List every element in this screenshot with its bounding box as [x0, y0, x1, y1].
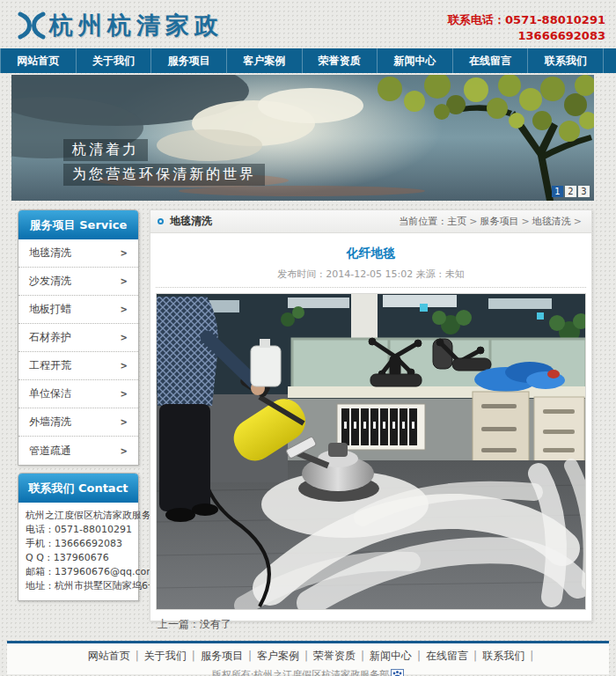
sidebar-item-project[interactable]: 工程开荒 >	[18, 352, 138, 380]
cabinets	[473, 392, 584, 462]
contact-box-title: 联系我们 Contact	[18, 474, 138, 503]
contact-box: 联系我们 Contact 杭州之江度假区杭清家政服务部 电话：0571-8801…	[18, 473, 139, 601]
chevron-right-icon: >	[121, 446, 128, 456]
chevron-right-icon: >	[121, 333, 128, 342]
chevron-right-icon: >	[121, 276, 128, 286]
footer-nav: 网站首页|关于我们|服务项目|客户案例|荣誉资质|新闻中心|在线留言|联系我们|	[7, 649, 609, 664]
footer-link-news[interactable]: 新闻中心	[364, 650, 417, 662]
contact-tel: 电话：0571-88010291	[26, 523, 131, 537]
prev-post-value: 没有了	[200, 618, 231, 630]
contact-qq: Q Q：137960676	[26, 551, 131, 565]
article: 化纤地毯 发布时间：2014-12-05 15:02 来源：未知	[150, 233, 591, 654]
service-menu-title: 服务项目 Service	[18, 210, 138, 239]
breadcrumb-sep: >	[469, 216, 477, 227]
breadcrumb-services[interactable]: 服务项目	[480, 216, 519, 227]
article-meta: 发布时间：2014-12-05 15:02 来源：未知	[156, 268, 586, 281]
contact-email: 邮箱：137960676@qq.com	[26, 565, 131, 579]
dotted-divider	[156, 287, 586, 288]
pager-dot-1[interactable]: 1	[552, 186, 563, 197]
sidebar-item-office[interactable]: 单位保洁 >	[18, 380, 138, 408]
site-logo[interactable]: 杭州杭清家政	[18, 10, 224, 41]
sidebar-item-label: 管道疏通	[29, 444, 71, 459]
sidebar-item-floor-wax[interactable]: 地板打蜡 >	[18, 296, 138, 324]
breadcrumb-sep: >	[522, 216, 530, 227]
banner-caption-line1: 杭清着力	[63, 139, 148, 161]
binder-shelf	[337, 404, 425, 450]
nav-item-about[interactable]: 关于我们	[77, 48, 152, 73]
phone-line-1: 联系电话：0571-88010291	[448, 12, 605, 28]
chevron-right-icon: >	[121, 305, 128, 314]
sidebar-item-label: 工程开荒	[29, 358, 71, 373]
sidebar-item-label: 地板打蜡	[29, 302, 71, 317]
footer-link-message[interactable]: 在线留言	[421, 650, 473, 662]
pager-dot-3[interactable]: 3	[578, 186, 590, 197]
sidebar-item-carpet[interactable]: 地毯清洗 >	[18, 239, 138, 268]
breadcrumb-sep: >	[574, 216, 582, 227]
phone-line-2: 13666692083	[448, 28, 605, 44]
nav-item-home[interactable]: 网站首页	[0, 48, 77, 73]
nav-item-message[interactable]: 在线留言	[453, 48, 529, 73]
contact-address: 地址：杭州市拱墅区陆家坞6号	[26, 579, 131, 593]
footer-separator: |	[530, 650, 533, 662]
logo-mark-icon	[18, 11, 46, 40]
breadcrumb-bar: 地毯清洗 当前位置：主页>服务项目>地毯清洗>	[150, 210, 591, 233]
nav-item-services[interactable]: 服务项目	[151, 48, 227, 73]
chevron-right-icon: >	[121, 389, 128, 399]
section-heading: 地毯清洗	[158, 214, 212, 229]
banner-caption: 杭清着力 为您营造环保清新的世界	[63, 75, 265, 186]
copyright: 版权所有:杭州之江度假区杭清家政服务部	[7, 668, 609, 676]
footer-link-about[interactable]: 关于我们	[139, 650, 192, 662]
banner-caption-line2: 为您营造环保清新的世界	[63, 164, 265, 186]
chevron-right-icon: >	[121, 248, 128, 258]
breadcrumb-prefix: 当前位置：	[399, 216, 447, 227]
contact-company: 杭州之江度假区杭清家政服务部	[26, 509, 131, 523]
article-photo	[156, 293, 586, 610]
footer-link-contact[interactable]: 联系我们	[477, 650, 530, 662]
service-menu: 服务项目 Service 地毯清洗 > 沙发清洗 > 地板打蜡 > 石材养护 >…	[18, 209, 139, 466]
sidebar-item-label: 地毯清洗	[29, 246, 71, 261]
breadcrumb-home[interactable]: 主页	[447, 216, 466, 227]
nav-item-contact[interactable]: 联系我们	[528, 48, 604, 73]
sidebar-item-pipe[interactable]: 管道疏通 >	[18, 437, 138, 465]
site-footer: 网站首页|关于我们|服务项目|客户案例|荣誉资质|新闻中心|在线留言|联系我们|…	[7, 641, 609, 674]
sidebar-item-label: 外墙清洗	[29, 415, 71, 430]
pager-dot-2[interactable]: 2	[565, 186, 576, 197]
contact-mobile: 手机：13666692083	[26, 537, 131, 551]
sidebar-item-label: 单位保洁	[29, 386, 71, 401]
footer-link-honors[interactable]: 荣誉资质	[308, 650, 361, 662]
footer-link-services[interactable]: 服务项目	[195, 650, 248, 662]
contact-phones: 联系电话：0571-88010291 13666692083	[448, 12, 605, 44]
sidebar-item-label: 石材养护	[29, 330, 71, 345]
footer-link-home[interactable]: 网站首页	[83, 650, 136, 662]
sidebar-item-exterior-wall[interactable]: 外墙清洗 >	[18, 408, 138, 437]
breadcrumb-carpet[interactable]: 地毯清洗	[532, 216, 571, 227]
main-nav: 网站首页 关于我们 服务项目 客户案例 荣誉资质 新闻中心 在线留言 联系我们	[0, 48, 616, 73]
article-title: 化纤地毯	[156, 246, 586, 261]
banner-pager: 1 2 3	[550, 186, 590, 197]
prev-post: 上一篇：没有了	[158, 617, 586, 632]
copyright-text: 版权所有:杭州之江度假区杭清家政服务部	[212, 668, 390, 676]
nav-item-honors[interactable]: 荣誉资质	[303, 48, 378, 73]
sidebar-item-stone[interactable]: 石材养护 >	[18, 324, 138, 352]
water-jug	[251, 339, 281, 386]
sidebar-item-label: 沙发清洗	[29, 274, 71, 289]
site-header: 杭州杭清家政 联系电话：0571-88010291 13666692083	[0, 0, 616, 48]
paw-stat-icon[interactable]	[391, 669, 404, 676]
nav-item-news[interactable]: 新闻中心	[378, 48, 453, 73]
sidebar-item-sofa[interactable]: 沙发清洗 >	[18, 268, 138, 296]
chevron-right-icon: >	[121, 417, 128, 427]
logo-text: 杭州杭清家政	[49, 10, 224, 41]
footer-link-cases[interactable]: 客户案例	[252, 650, 304, 662]
section-title: 地毯清洗	[170, 214, 212, 229]
hero-banner: 杭清着力 为您营造环保清新的世界 1 2 3	[11, 75, 594, 201]
contact-info: 杭州之江度假区杭清家政服务部 电话：0571-88010291 手机：13666…	[18, 503, 138, 600]
breadcrumb: 当前位置：主页>服务项目>地毯清洗>	[399, 215, 584, 228]
page: 杭州杭清家政 联系电话：0571-88010291 13666692083 网站…	[0, 0, 616, 676]
circle-bullet-icon	[158, 218, 164, 224]
prev-post-label: 上一篇：	[158, 618, 200, 630]
nav-item-cases[interactable]: 客户案例	[227, 48, 303, 73]
chevron-right-icon: >	[121, 361, 128, 371]
main-panel: 地毯清洗 当前位置：主页>服务项目>地毯清洗> 化纤地毯 发布时间：2014-1…	[150, 209, 592, 621]
